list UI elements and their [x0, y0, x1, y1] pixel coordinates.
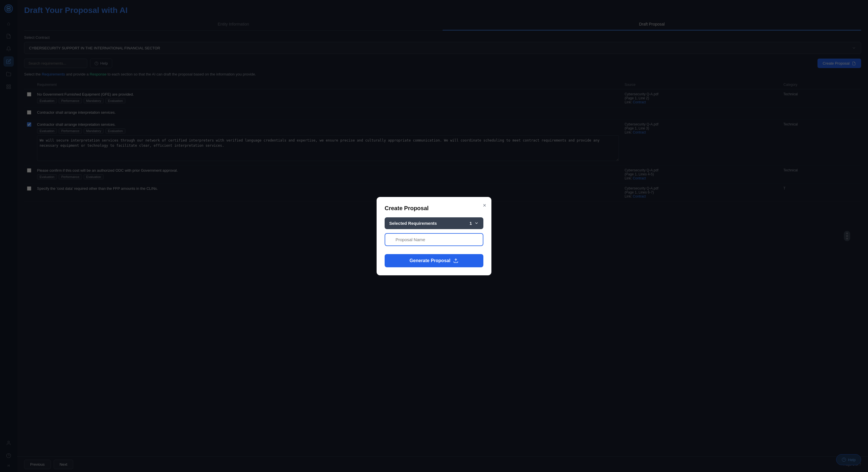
selected-requirements-label: Selected Requirements [389, 221, 437, 226]
modal-overlay[interactable]: Create Proposal × Selected Requirements … [0, 0, 868, 472]
proposal-name-wrapper: ℹ [384, 233, 484, 250]
chevron-expand-icon [474, 221, 479, 225]
modal-title: Create Proposal [384, 205, 484, 212]
upload-icon [453, 258, 458, 263]
generate-label: Generate Proposal [410, 258, 451, 263]
create-proposal-modal: Create Proposal × Selected Requirements … [377, 197, 491, 275]
modal-close-button[interactable]: × [483, 202, 486, 209]
selected-requirements-row[interactable]: Selected Requirements 1 [384, 217, 484, 229]
selected-count: 1 [470, 221, 472, 226]
selected-count-area: 1 [470, 221, 479, 226]
proposal-name-input[interactable] [384, 233, 484, 246]
generate-proposal-button[interactable]: Generate Proposal [384, 254, 484, 267]
